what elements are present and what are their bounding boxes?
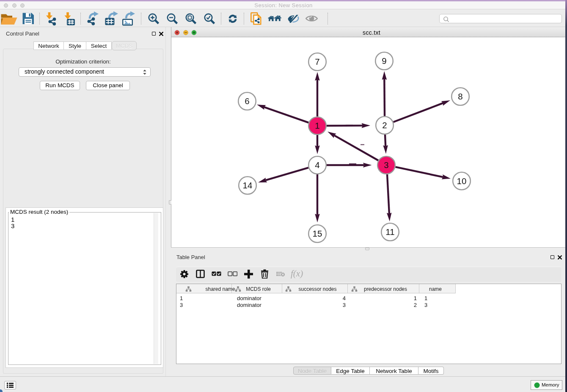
- svg-text:9: 9: [382, 56, 386, 66]
- svg-text:14: 14: [243, 180, 253, 190]
- svg-text:2: 2: [382, 120, 387, 130]
- svg-text:6: 6: [245, 96, 249, 106]
- svg-text:7: 7: [315, 57, 319, 66]
- svg-text:8: 8: [458, 91, 462, 101]
- svg-text:15: 15: [313, 229, 322, 238]
- svg-text:1: 1: [315, 121, 319, 130]
- svg-text:4: 4: [315, 160, 319, 170]
- svg-text:11: 11: [385, 227, 394, 237]
- svg-text:3: 3: [384, 160, 388, 170]
- svg-text:10: 10: [457, 176, 467, 186]
